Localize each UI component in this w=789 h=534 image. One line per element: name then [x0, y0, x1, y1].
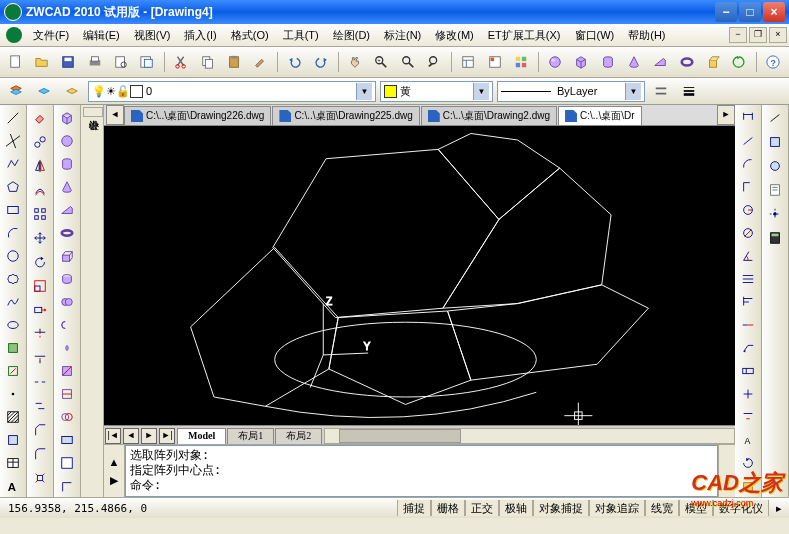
print-preview-button[interactable]: [109, 50, 132, 74]
3d-solid-wedge-button[interactable]: [56, 199, 78, 220]
area-button[interactable]: [764, 131, 786, 153]
region-button[interactable]: [2, 430, 24, 451]
dimension-arc-button[interactable]: [737, 153, 759, 174]
dimension-linear-button[interactable]: [737, 107, 759, 128]
file-tab[interactable]: C:\..\桌面\Dr: [558, 106, 641, 125]
command-window[interactable]: 选取阵列对象: 指定阵列中心点: 命令:: [125, 445, 718, 497]
3d-setup-view-button[interactable]: [56, 430, 78, 451]
linetype-manager-button[interactable]: [649, 79, 673, 103]
dimension-diameter-button[interactable]: [737, 222, 759, 243]
massprop-button[interactable]: [764, 155, 786, 177]
zoom-previous-button[interactable]: [422, 50, 445, 74]
rotate-button[interactable]: [29, 251, 51, 273]
3d-slice-button[interactable]: [56, 361, 78, 382]
sheet-tab[interactable]: 布局2: [275, 428, 322, 444]
mdi-restore-button[interactable]: ❐: [749, 27, 767, 43]
3d-revolve-button[interactable]: [56, 268, 78, 289]
erase-button[interactable]: [29, 107, 51, 129]
redo-button[interactable]: [309, 50, 332, 74]
properties-button[interactable]: [457, 50, 480, 74]
file-tab[interactable]: C:\..\桌面\Drawing2.dwg: [421, 106, 557, 125]
line-button[interactable]: [2, 107, 24, 128]
sheet-tab[interactable]: Model: [177, 428, 226, 444]
id-button[interactable]: [764, 203, 786, 225]
join-button[interactable]: [29, 395, 51, 417]
statusbar-menu-button[interactable]: ▸: [769, 499, 789, 517]
layer-prev-button[interactable]: [60, 79, 84, 103]
3d-setup-profile-button[interactable]: [56, 476, 78, 497]
cmd-history-down-button[interactable]: ▶: [105, 471, 123, 489]
make-block-button[interactable]: [2, 361, 24, 382]
status-toggle[interactable]: 模型: [679, 500, 713, 516]
dist-button[interactable]: [764, 107, 786, 129]
dimension-edit-button[interactable]: [737, 407, 759, 428]
dimension-leader-button[interactable]: [737, 338, 759, 359]
filetab-scroll-right[interactable]: ►: [717, 105, 735, 125]
solid-sphere-button[interactable]: [543, 50, 566, 74]
mdi-minimize-button[interactable]: −: [729, 27, 747, 43]
command-scrollbar[interactable]: [718, 445, 735, 497]
menu-etx[interactable]: ET扩展工具(X): [481, 27, 568, 43]
copy-object-button[interactable]: [29, 131, 51, 153]
color-dropdown[interactable]: 黄 ▼: [380, 81, 493, 102]
solid-torus-button[interactable]: [675, 50, 698, 74]
menu-i[interactable]: 插入(I): [177, 27, 223, 43]
pan-button[interactable]: [343, 50, 366, 74]
window-minimize-button[interactable]: −: [715, 2, 737, 22]
revision-cloud-button[interactable]: [2, 268, 24, 289]
offset-button[interactable]: [29, 179, 51, 201]
dimension-aligned-button[interactable]: [737, 130, 759, 151]
circle-button[interactable]: [2, 245, 24, 266]
solid-revolve-button[interactable]: [728, 50, 751, 74]
3d-setup-drawing-button[interactable]: [56, 453, 78, 474]
solid-cylinder-button[interactable]: [596, 50, 619, 74]
explode-button[interactable]: [29, 467, 51, 489]
mdi-close-button[interactable]: ×: [769, 27, 787, 43]
dimension-angular-button[interactable]: [737, 245, 759, 266]
3d-solid-sphere-button[interactable]: [56, 130, 78, 151]
open-button[interactable]: [30, 50, 53, 74]
list-button[interactable]: [764, 179, 786, 201]
design-center-button[interactable]: [483, 50, 506, 74]
dimension-style-button[interactable]: [737, 476, 759, 497]
sheet-prev-button[interactable]: ◄: [123, 428, 139, 444]
dimension-ordinate-button[interactable]: [737, 176, 759, 197]
menu-h[interactable]: 帮助(H): [621, 27, 672, 43]
menu-m[interactable]: 修改(M): [428, 27, 481, 43]
file-tab[interactable]: C:\..\桌面\Drawing225.dwg: [272, 106, 419, 125]
trim-button[interactable]: [29, 323, 51, 345]
stretch-button[interactable]: [29, 299, 51, 321]
extend-button[interactable]: [29, 347, 51, 369]
mirror-button[interactable]: [29, 155, 51, 177]
insert-block-button[interactable]: [2, 338, 24, 359]
dimension-center-button[interactable]: [737, 384, 759, 405]
fillet-button[interactable]: [29, 443, 51, 465]
layer-state-button[interactable]: [32, 79, 56, 103]
spline-button[interactable]: [2, 292, 24, 313]
3d-union-button[interactable]: [56, 292, 78, 313]
horizontal-scrollbar[interactable]: [324, 428, 735, 444]
ellipse-button[interactable]: [2, 315, 24, 336]
hatch-button[interactable]: [2, 407, 24, 428]
polygon-button[interactable]: [2, 176, 24, 197]
dimension-radius-button[interactable]: [737, 199, 759, 220]
3d-extrude-button[interactable]: [56, 245, 78, 266]
linetype-dropdown[interactable]: ByLayer ▼: [497, 81, 645, 102]
3d-solid-cylinder-button[interactable]: [56, 153, 78, 174]
solid-wedge-button[interactable]: [649, 50, 672, 74]
construction-line-button[interactable]: [2, 130, 24, 151]
print-button[interactable]: [83, 50, 106, 74]
layer-properties-button[interactable]: [4, 79, 28, 103]
zoom-window-button[interactable]: [396, 50, 419, 74]
3d-intersect-button[interactable]: [56, 338, 78, 359]
status-toggle[interactable]: 数字化仪: [713, 500, 769, 516]
3d-section-button[interactable]: [56, 384, 78, 405]
menu-f[interactable]: 文件(F): [26, 27, 76, 43]
tool-palettes-button[interactable]: [509, 50, 532, 74]
3d-subtract-button[interactable]: [56, 315, 78, 336]
new-button[interactable]: [4, 50, 27, 74]
menu-n[interactable]: 标注(N): [377, 27, 428, 43]
zoom-realtime-button[interactable]: +: [370, 50, 393, 74]
window-maximize-button[interactable]: □: [739, 2, 761, 22]
chamfer-button[interactable]: [29, 419, 51, 441]
